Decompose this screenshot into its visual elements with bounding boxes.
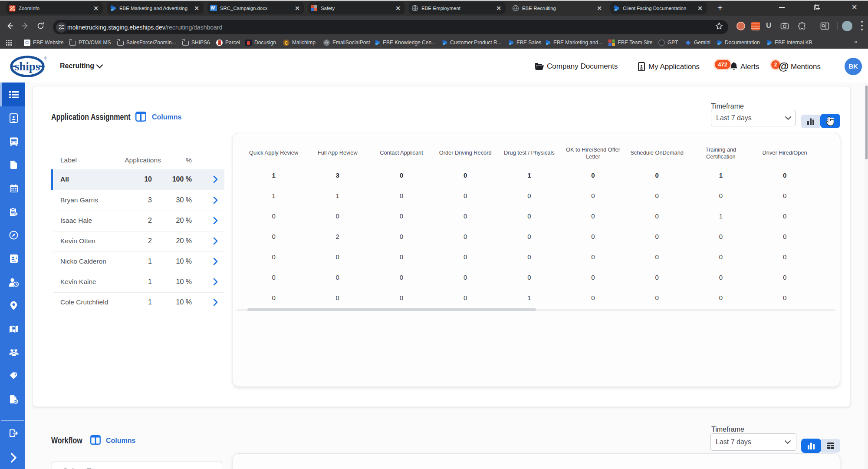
svg-text:ships: ships xyxy=(15,60,40,73)
svg-text:®: ® xyxy=(44,56,46,60)
